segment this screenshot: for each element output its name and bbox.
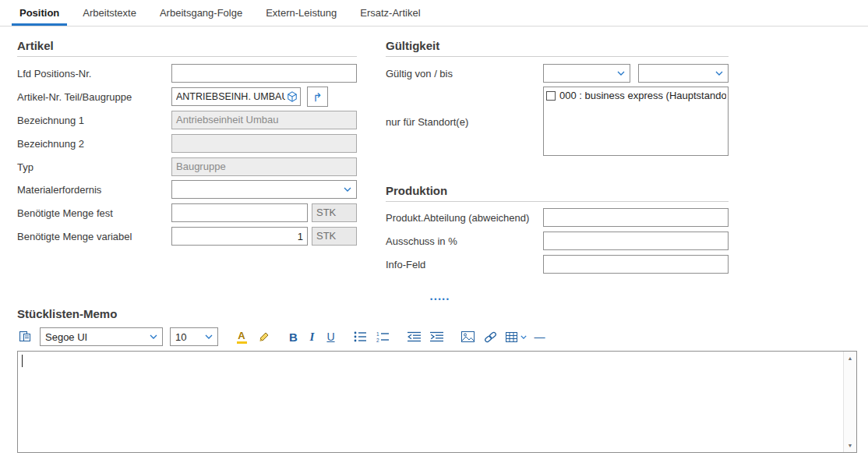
bezeichnung2-field [171, 134, 357, 153]
menge-variabel-unit: STK [312, 227, 357, 246]
typ-field: Baugruppe [171, 157, 357, 176]
text-caret [22, 355, 23, 367]
standort-option[interactable]: 000 : business express (Hauptstando [544, 87, 728, 101]
chevron-down-icon [150, 334, 157, 339]
font-color-icon: A [238, 331, 245, 341]
memo-title: Stücklisten-Memo [17, 307, 117, 320]
bullet-list-icon[interactable] [352, 328, 368, 345]
numbered-list-icon[interactable]: 1 2 [375, 328, 390, 345]
tab-arbeitsgang-folge[interactable]: Arbeitsgang-Folge [148, 0, 254, 26]
tab-label: Extern-Leistung [266, 7, 337, 19]
standort-listbox[interactable]: 000 : business express (Hauptstando [543, 87, 729, 156]
font-size-select[interactable]: 10 [170, 327, 218, 346]
font-family-value: Segoe UI [45, 331, 146, 343]
chevron-down-icon [344, 187, 351, 192]
bezeichnung1-field: Antriebseinheit Umbau [171, 111, 357, 129]
lfd-positions-nr-label: Lfd Positions-Nr. [17, 68, 91, 80]
bezeichnung1-label: Bezeichnung 1 [17, 115, 84, 126]
section-artikel-title: Artikel [17, 39, 357, 57]
standort-option-label: 000 : business express (Hauptstando [559, 90, 726, 101]
produkt-abteilung-input[interactable] [543, 208, 729, 227]
gueltig-bis-select[interactable] [638, 64, 729, 83]
insert-table-button[interactable] [505, 328, 527, 345]
bold-button[interactable]: B [288, 331, 299, 344]
font-color-button[interactable]: A [234, 328, 249, 345]
svg-text:1: 1 [376, 331, 379, 337]
menge-fest-label: Benötigte Menge fest [17, 207, 113, 219]
materialerfordernis-label: Materialerfordernis [17, 184, 101, 196]
gueltig-von-select[interactable] [543, 64, 630, 83]
indent-icon[interactable] [429, 328, 444, 345]
artikelnr-field[interactable] [171, 87, 301, 106]
insert-link-icon[interactable] [482, 328, 498, 345]
bom-position-form: Position Arbeitstexte Arbeitsgang-Folge … [0, 0, 868, 456]
section-gueltigkeit-title: Gültigkeit [386, 39, 729, 57]
scroll-down-icon[interactable]: ▼ [844, 439, 857, 452]
font-size-value: 10 [175, 331, 202, 343]
menge-variabel-label: Benötigte Menge variabel [17, 231, 132, 242]
chevron-down-icon [520, 335, 527, 339]
jump-arrow-icon: ↱ [312, 91, 323, 103]
produkt-abteilung-label: Produkt.Abteilung (abweichend) [386, 212, 529, 224]
italic-button[interactable]: I [306, 331, 318, 344]
menge-fest-input[interactable] [171, 203, 308, 222]
horizontal-rule-button[interactable]: — [534, 331, 545, 343]
chevron-down-icon [617, 71, 625, 76]
tab-label: Arbeitstexte [83, 7, 136, 19]
info-feld-label: Info-Feld [386, 259, 425, 270]
text-module-icon[interactable] [17, 328, 33, 345]
gueltig-von-bis-label: Gültig von / bis [386, 68, 453, 80]
info-feld-input[interactable] [543, 255, 729, 274]
editor-scrollbar[interactable]: ▲ ▼ [843, 352, 856, 452]
tab-label: Position [19, 7, 59, 19]
cube-icon [287, 91, 298, 102]
memo-editor[interactable]: ▲ ▼ [17, 351, 857, 453]
tab-position[interactable]: Position [8, 0, 71, 26]
font-family-select[interactable]: Segoe UI [40, 327, 163, 346]
font-color-bar [237, 341, 247, 344]
scroll-up-icon[interactable]: ▲ [844, 352, 857, 365]
tab-arbeitstexte[interactable]: Arbeitstexte [71, 0, 148, 26]
tab-extern-leistung[interactable]: Extern-Leistung [254, 0, 348, 26]
outdent-icon[interactable] [406, 328, 422, 345]
lfd-positions-nr-input[interactable] [171, 64, 357, 83]
highlighter-icon[interactable] [256, 328, 272, 345]
ausschuss-input[interactable] [543, 232, 729, 250]
section-produktion-title: Produktion [386, 184, 729, 202]
artikelnr-input[interactable] [176, 91, 285, 102]
menge-variabel-input[interactable] [171, 227, 308, 246]
table-icon [506, 332, 517, 342]
tab-bar: Position Arbeitstexte Arbeitsgang-Folge … [0, 0, 868, 27]
memo-toolbar: Segoe UI 10 A B I U [17, 327, 545, 346]
jump-to-article-button[interactable]: ↱ [307, 87, 328, 107]
underline-button[interactable]: U [325, 331, 337, 343]
checkbox-unchecked-icon[interactable] [546, 91, 556, 101]
standort-label: nur für Standort(e) [386, 116, 468, 128]
artikelnr-label: Artikel-Nr. Teil/Baugruppe [17, 91, 132, 103]
chevron-down-icon [205, 334, 213, 339]
chevron-down-icon [715, 71, 723, 76]
splitter-handle[interactable]: ••••• [423, 295, 457, 303]
tab-ersatz-artikel[interactable]: Ersatz-Artikel [348, 0, 432, 26]
typ-label: Typ [17, 161, 34, 173]
insert-image-icon[interactable] [460, 328, 475, 345]
ausschuss-label: Ausschuss in % [386, 235, 457, 247]
bezeichnung2-label: Bezeichnung 2 [17, 138, 84, 150]
tab-label: Arbeitsgang-Folge [160, 7, 242, 19]
materialerfordernis-select[interactable] [171, 180, 357, 199]
tab-label: Ersatz-Artikel [360, 7, 420, 19]
menge-fest-unit: STK [312, 203, 357, 222]
svg-text:2: 2 [376, 338, 379, 343]
